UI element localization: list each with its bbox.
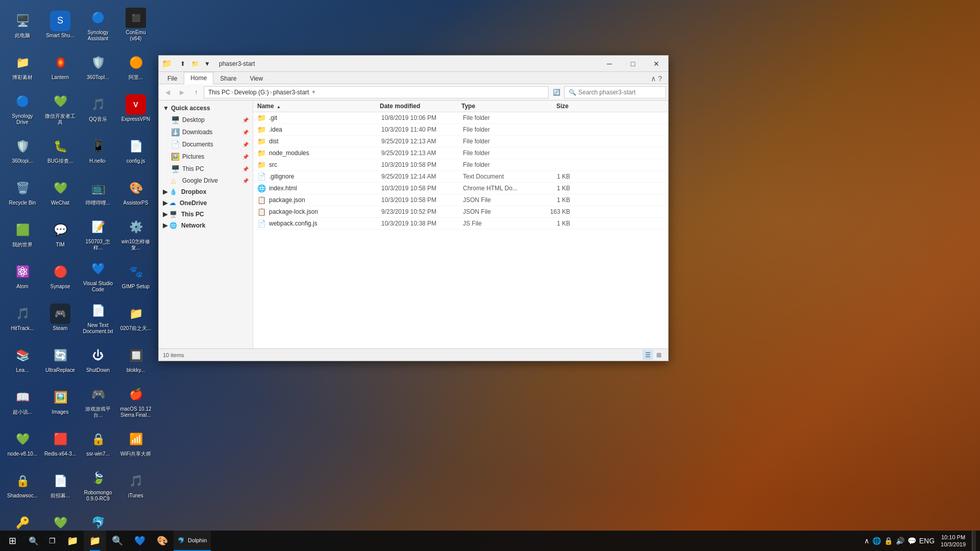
sidebar-section-dropbox[interactable]: ▶ 💧 Dropbox	[159, 186, 253, 197]
desktop-icon-bocai[interactable]: 📁 博彩素材	[4, 46, 41, 87]
tab-share[interactable]: Share	[213, 72, 243, 84]
path-develop[interactable]: Develop (G:)	[234, 89, 269, 96]
taskbar-paint[interactable]: 🎨	[151, 531, 174, 551]
desktop-icon-robomongo[interactable]: 🍃 Robomongo 0.9.0-RC9	[80, 464, 116, 505]
taskbar-file-explorer[interactable]: 📁	[61, 531, 84, 551]
desktop-icon-bug[interactable]: 🐛 BUG排查...	[42, 130, 79, 170]
table-row[interactable]: 📄 webpack.config.js 10/3/2019 10:38 PM J…	[253, 218, 668, 230]
desktop-icon-wifi[interactable]: 📶 WiFi共享大师	[117, 422, 154, 463]
tray-clock[interactable]: 10:10 PM 10/3/2019	[937, 534, 970, 548]
desktop-icon-lantern[interactable]: 🏮 Lantern	[42, 46, 79, 87]
desktop-icon-bilibili[interactable]: 📺 哔哩哔哩...	[80, 171, 116, 212]
desktop-icon-smart-shu[interactable]: S Smart Shu...	[42, 4, 79, 45]
desktop-icon-synology-drive[interactable]: 🔵 Synology Drive	[4, 88, 41, 129]
desktop-icon-redis[interactable]: 🟥 Redis-x64-3...	[42, 422, 79, 463]
table-row[interactable]: 📄 .gitignore 9/25/2019 12:14 AM Text Doc…	[253, 171, 668, 183]
desktop-icon-configjs[interactable]: 📄 config.js	[117, 130, 154, 170]
table-row[interactable]: 📋 package-lock.json 9/23/2019 10:52 PM J…	[253, 206, 668, 218]
table-row[interactable]: 📁 dist 9/25/2019 12:13 AM File folder	[253, 136, 668, 147]
address-path[interactable]: This PC › Develop (G:) › phaser3-start ▼	[204, 86, 549, 98]
desktop-icon-win10[interactable]: ⚙️ win10怎样修复...	[117, 213, 154, 254]
new-folder-btn[interactable]: 📁	[189, 58, 201, 69]
table-row[interactable]: 📋 package.json 10/3/2019 10:58 PM JSON F…	[253, 194, 668, 206]
desktop-icon-wechat[interactable]: 💚 WeChat	[42, 171, 79, 212]
desktop-icon-ultrareplace[interactable]: 🔄 UltraReplace	[42, 339, 79, 380]
desktop-icon-qianzhi[interactable]: 📄 前招募...	[42, 464, 79, 505]
desktop-icon-minecraft[interactable]: 🟩 我的世界	[4, 213, 41, 254]
table-row[interactable]: 📁 node_modules 9/25/2019 12:13 AM File f…	[253, 147, 668, 159]
tab-file[interactable]: File	[161, 72, 184, 84]
back-button[interactable]: ◀	[161, 86, 174, 99]
desktop-icon-shadowsocks[interactable]: 🔒 Shadowsoc...	[4, 464, 41, 505]
desktop-icon-150703[interactable]: 📝 150703_怎样...	[80, 213, 116, 254]
desktop-icon-conemu[interactable]: ⬛ ConEmu (x64)	[117, 4, 154, 45]
desktop-icon-this-pc[interactable]: 🖥️ 此电脑	[4, 4, 41, 45]
action-center-icon[interactable]: 💬	[908, 537, 916, 545]
task-view-button[interactable]: ❐	[43, 531, 61, 551]
col-header-size[interactable]: Size	[528, 103, 569, 110]
up-button[interactable]: ↑	[189, 86, 203, 99]
desktop-icon-shutdown[interactable]: ⏻ ShutDown	[80, 339, 116, 380]
sidebar-item-downloads[interactable]: ⬇️ Downloads 📌	[159, 126, 253, 138]
taskbar-search-button[interactable]: 🔍	[24, 531, 43, 551]
properties-btn[interactable]: ⬆	[177, 58, 188, 69]
sidebar-section-quick-access[interactable]: ▼ Quick access	[159, 103, 253, 114]
desktop-icon-macos[interactable]: 🍎 macOS 10.12 Sierra Final...	[117, 381, 154, 421]
ribbon-collapse-btn[interactable]: ∧	[651, 74, 656, 83]
desktop-icon-yxgame[interactable]: 🎮 游戏游戏平台...	[80, 381, 116, 421]
sidebar-item-desktop[interactable]: 🖥️ Desktop 📌	[159, 114, 253, 126]
search-input[interactable]	[578, 89, 662, 96]
volume-tray-icon[interactable]: 🔊	[896, 537, 904, 545]
col-header-name[interactable]: Name ▲	[257, 103, 380, 110]
path-dropdown-arrow[interactable]: ▼	[311, 89, 316, 95]
desktop-icon-recycle[interactable]: 🗑️ Recycle Bin	[4, 171, 41, 212]
show-hidden-icon[interactable]: ∧	[864, 537, 869, 545]
desktop-icon-tim[interactable]: 💬 TIM	[42, 213, 79, 254]
path-this-pc[interactable]: This PC	[208, 89, 230, 96]
desktop-icon-nodejs[interactable]: 💚 node-v8.10...	[4, 422, 41, 463]
start-button[interactable]: ⊞	[0, 531, 24, 551]
show-desktop-button[interactable]	[972, 531, 976, 551]
desktop-icon-ssrwin7[interactable]: 🔒 ssr-win7...	[80, 422, 116, 463]
desktop-icon-wechat-dev[interactable]: 💚 微信开发者工具	[42, 88, 79, 129]
taskbar-dolphin[interactable]: 🐬 Dolphin	[174, 531, 211, 551]
close-button[interactable]: ✕	[645, 56, 668, 72]
desktop-icon-hnello[interactable]: 📱 H.nello·	[80, 130, 116, 170]
detail-view-button[interactable]: ☰	[643, 350, 653, 360]
desktop-icon-360[interactable]: 🛡️ 360TopI...	[80, 46, 116, 87]
desktop-icon-chaoxiao[interactable]: 📖 超小说...	[4, 381, 41, 421]
search-box[interactable]: 🔍	[564, 86, 666, 98]
table-row[interactable]: 📁 .git 10/8/2019 10:06 PM File folder	[253, 112, 668, 124]
desktop-icon-gimp[interactable]: 🐾 GIMP Setup	[117, 255, 154, 296]
col-header-date[interactable]: Date modified	[380, 103, 461, 110]
ribbon-help-btn[interactable]: ?	[658, 74, 662, 83]
desktop-icon-synology[interactable]: 🔵 Synology Assistant	[80, 4, 116, 45]
sidebar-section-onedrive[interactable]: ▶ ☁ OneDrive	[159, 197, 253, 209]
taskbar-explorer-active[interactable]: 📁	[84, 531, 106, 551]
maximize-button[interactable]: □	[621, 56, 645, 72]
table-row[interactable]: 🌐 index.html 10/3/2019 10:58 PM Chrome H…	[253, 183, 668, 194]
refresh-button[interactable]: 🔄	[550, 86, 563, 99]
desktop-icon-newtext[interactable]: 📄 New Text Document.txt	[80, 297, 116, 338]
desktop-icon-expressvpn[interactable]: V ExpressVPN	[117, 88, 154, 129]
sidebar-section-this-pc-nav[interactable]: ▶ 🖥️ This PC	[159, 209, 253, 220]
desktop-icon-synapse[interactable]: 🔴 Synapse	[42, 255, 79, 296]
desktop-icon-assistorps[interactable]: 🎨 AssistorPS	[117, 171, 154, 212]
tab-view[interactable]: View	[243, 72, 270, 84]
desktop-icon-ali[interactable]: 🟠 阿里...	[117, 46, 154, 87]
col-header-type[interactable]: Type	[461, 103, 528, 110]
tile-view-button[interactable]: ⊞	[654, 350, 664, 360]
forward-button[interactable]: ▶	[175, 86, 188, 99]
path-phaser3[interactable]: phaser3-start	[273, 89, 309, 96]
desktop-icon-steam[interactable]: 🎮 Steam	[42, 297, 79, 338]
tab-home[interactable]: Home	[184, 72, 213, 84]
table-row[interactable]: 📁 .idea 10/3/2019 11:40 PM File folder	[253, 124, 668, 136]
desktop-icon-vscode[interactable]: 💙 Visual Studio Code	[80, 255, 116, 296]
desktop-icon-images[interactable]: 🖼️ Images	[42, 381, 79, 421]
taskbar-search[interactable]: 🔍	[106, 531, 129, 551]
desktop-icon-itunes[interactable]: 🎵 iTunes	[117, 464, 154, 505]
sidebar-item-this-pc[interactable]: 🖥️ This PC 📌	[159, 163, 253, 175]
table-row[interactable]: 📁 src 10/3/2019 10:58 PM File folder	[253, 159, 668, 171]
desktop-icon-atom[interactable]: ⚛️ Atom	[4, 255, 41, 296]
desktop-icon-hittrack[interactable]: 🎵 HitTrack...	[4, 297, 41, 338]
